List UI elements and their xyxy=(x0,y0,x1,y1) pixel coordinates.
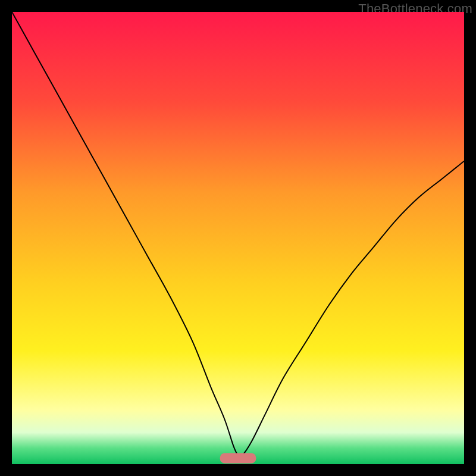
chart-frame: TheBottleneck.com xyxy=(0,0,476,476)
bottleneck-chart xyxy=(12,12,464,464)
optimal-marker xyxy=(220,453,256,463)
plot-background xyxy=(12,12,464,464)
